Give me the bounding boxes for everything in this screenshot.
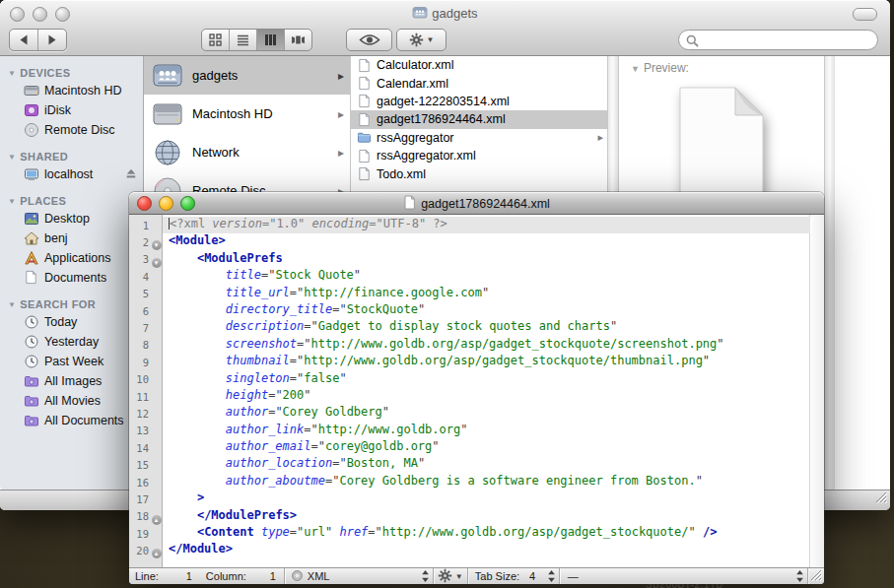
sidebar-item-all-documents[interactable]: All Documents [0, 411, 143, 430]
code-line-19[interactable]: 19 <Content type="url" href="http://www.… [129, 525, 810, 542]
disclosure-triangle-icon[interactable]: ▼ [8, 197, 16, 206]
code-line-5[interactable]: 5 title_url="http://finance.google.com" [129, 286, 810, 302]
code-text[interactable]: > [163, 490, 810, 507]
code-line-2[interactable]: 2▾<Module> [129, 233, 810, 250]
column-item-network[interactable]: Network▸ [144, 133, 350, 171]
sidebar-item-idisk[interactable]: iDisk [0, 100, 143, 120]
code-line-11[interactable]: 11 height="200" [129, 388, 810, 405]
sidebar-item-yesterday[interactable]: Yesterday [0, 332, 143, 352]
code-line-10[interactable]: 10 singleton="false" [129, 371, 810, 388]
fold-marker-icon[interactable]: ▾ [152, 240, 162, 250]
code-text[interactable]: <?xml version="1.0" encoding="UTF-8" ?> [163, 217, 810, 233]
code-line-6[interactable]: 6 directory_title="StockQuote" [129, 302, 810, 319]
toolbar-toggle-capsule-button[interactable] [853, 8, 877, 21]
file-item-todo-xml[interactable]: Todo.xml [351, 164, 607, 182]
code-text[interactable]: title="Stock Quote" [163, 268, 810, 285]
resize-grip[interactable] [875, 490, 887, 507]
fold-column[interactable]: ▴ [150, 508, 163, 525]
disclosure-triangle-icon[interactable]: ▼ [631, 64, 640, 74]
column-view-button[interactable] [256, 30, 284, 50]
code-text[interactable]: singleton="false" [163, 371, 810, 388]
search-input[interactable] [678, 30, 878, 50]
code-line-8[interactable]: 8 screenshot="http://www.goldb.org/asp/g… [129, 337, 810, 354]
code-text[interactable]: directory_title="StockQuote" [163, 302, 810, 319]
code-line-3[interactable]: 3▾ <ModulePrefs [129, 251, 810, 268]
quick-look-button[interactable] [346, 29, 392, 51]
back-button[interactable] [10, 30, 37, 50]
sidebar-item-today[interactable]: Today [0, 312, 143, 332]
code-text[interactable]: author_email="corey@goldb.org" [163, 439, 810, 456]
tab-size-popup[interactable]: Tab Size: 4 [468, 568, 559, 584]
file-item-rssaggregator-xml[interactable]: rssAggregator.xml [351, 147, 607, 164]
sidebar-item-desktop[interactable]: Desktop [0, 209, 143, 229]
fold-marker-icon[interactable]: ▴ [152, 549, 162, 558]
editor-titlebar[interactable]: gadget1786924464.xml [129, 192, 824, 215]
sidebar-item-localhost[interactable]: localhost [0, 164, 143, 184]
icon-view-button[interactable] [202, 30, 229, 50]
action-menu-button[interactable]: ▼ [396, 29, 447, 51]
file-item-calendar-xml[interactable]: Calendar.xml [351, 74, 607, 92]
code-text[interactable]: </ModulePrefs> [163, 508, 810, 525]
code-line-15[interactable]: 15 author_location="Boston, MA" [129, 456, 810, 473]
code-text[interactable]: author_link="http://www.goldb.org" [163, 423, 810, 439]
code-text[interactable]: <Content type="url" href="http://www.gol… [163, 525, 810, 542]
sidebar-item-remote-disc[interactable]: Remote Disc [0, 120, 143, 140]
code-line-17[interactable]: 17 > [129, 490, 810, 507]
sidebar-item-benj[interactable]: benj [0, 229, 143, 248]
list-view-button[interactable] [229, 30, 256, 50]
disclosure-triangle-icon[interactable]: ▼ [8, 153, 16, 162]
code-text[interactable]: screenshot="http://www.goldb.org/asp/gad… [163, 337, 810, 354]
sidebar-item-all-images[interactable]: All Images [0, 371, 143, 391]
code-text[interactable]: author="Corey Goldberg" [163, 405, 810, 422]
code-text[interactable]: <Module> [163, 233, 810, 250]
code-text[interactable]: </Module> [163, 542, 810, 558]
sidebar-section-header-places[interactable]: ▼PLACES [0, 193, 143, 209]
code-text[interactable]: author_location="Boston, MA" [163, 456, 810, 473]
sidebar-section-header-devices[interactable]: ▼DEVICES [0, 65, 143, 81]
gear-menu-button[interactable]: ▼ [434, 568, 467, 584]
code-line-16[interactable]: 16 author_aboutme="Corey Goldberg is a s… [129, 474, 810, 490]
code-line-1[interactable]: 1<?xml version="1.0" encoding="UTF-8" ?> [129, 217, 810, 233]
file-item-gadget-1222803514-xml[interactable]: gadget-1222803514.xml [351, 93, 607, 110]
column-item-gadgets[interactable]: gadgets▸ [144, 56, 350, 95]
finder-titlebar[interactable]: gadgets ▼ [0, 0, 890, 56]
code-line-9[interactable]: 9 thumbnail="http://www.goldb.org/asp/ga… [129, 354, 810, 370]
code-text[interactable]: height="200" [163, 388, 810, 405]
sidebar-item-applications[interactable]: Applications [0, 248, 143, 268]
fold-column[interactable]: ▾ [150, 251, 163, 268]
file-item-gadget1786924464-xml[interactable]: gadget1786924464.xml [351, 110, 607, 128]
language-popup[interactable]: XML [285, 568, 433, 584]
code-line-13[interactable]: 13 author_link="http://www.goldb.org" [129, 423, 810, 439]
fold-column[interactable]: ▾ [150, 233, 163, 250]
code-text[interactable]: title_url="http://finance.google.com" [163, 286, 810, 302]
vertical-scrollbar[interactable] [809, 215, 824, 568]
sidebar-item-past-week[interactable]: Past Week [0, 352, 143, 371]
sidebar-item-macintosh-hd[interactable]: Macintosh HD [0, 81, 143, 100]
file-item-calculator-xml[interactable]: Calculator.xml [351, 56, 607, 74]
column-item-macintosh-hd[interactable]: Macintosh HD▸ [144, 95, 350, 133]
sidebar-section-header-search-for[interactable]: ▼SEARCH FOR [0, 296, 143, 312]
fold-marker-icon[interactable]: ▾ [152, 258, 162, 268]
sidebar-item-documents[interactable]: Documents [0, 268, 143, 288]
code-line-12[interactable]: 12 author="Corey Goldberg" [129, 405, 810, 422]
code-line-20[interactable]: 20▴</Module> [129, 542, 810, 558]
fold-marker-icon[interactable]: ▴ [152, 515, 162, 525]
disclosure-triangle-icon[interactable]: ▼ [8, 300, 16, 309]
code-text[interactable]: description="Gadget to display stock quo… [163, 319, 810, 336]
sidebar-section-header-shared[interactable]: ▼SHARED [0, 149, 143, 164]
code-line-18[interactable]: 18▴ </ModulePrefs> [129, 508, 810, 525]
symbol-popup[interactable]: — [560, 568, 807, 584]
code-line-7[interactable]: 7 description="Gadget to display stock q… [129, 319, 810, 336]
sidebar-item-all-movies[interactable]: All Movies [0, 391, 143, 411]
code-text[interactable]: thumbnail="http://www.goldb.org/asp/gadg… [163, 354, 810, 370]
code-line-4[interactable]: 4 title="Stock Quote" [129, 268, 810, 285]
file-item-rssaggregator[interactable]: rssAggregator▸ [351, 129, 607, 147]
coverflow-view-button[interactable] [284, 30, 311, 50]
disclosure-triangle-icon[interactable]: ▼ [8, 69, 16, 78]
code-text[interactable]: author_aboutme="Corey Goldberg is a soft… [163, 474, 810, 490]
editor-content[interactable]: 1<?xml version="1.0" encoding="UTF-8" ?>… [129, 215, 824, 568]
eject-icon[interactable] [125, 167, 137, 182]
resize-grip[interactable] [810, 569, 822, 583]
forward-button[interactable] [37, 30, 66, 50]
fold-column[interactable]: ▴ [150, 542, 163, 558]
